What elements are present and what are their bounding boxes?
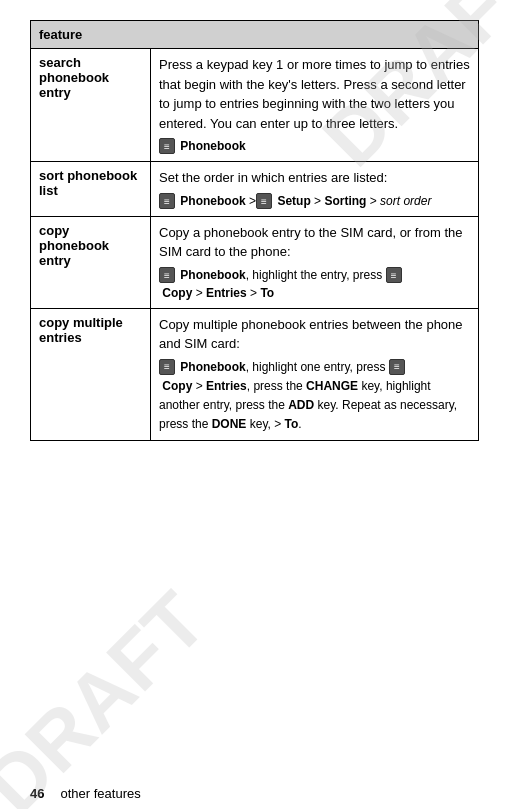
page-number: 46 bbox=[30, 786, 44, 801]
menu-line-copy: Phonebook, highlight the entry, press Co… bbox=[159, 266, 470, 302]
menu-text-copy1: Phonebook, highlight the entry, press bbox=[177, 266, 386, 284]
menu-icon-copy2 bbox=[386, 267, 402, 283]
menu-text-search: Phonebook bbox=[177, 137, 246, 155]
feature-label-copy-multi: copy multiple entries bbox=[31, 308, 151, 441]
table-row: copy multiple entries Copy multiple phon… bbox=[31, 308, 479, 441]
menu-icon-search bbox=[159, 138, 175, 154]
menu-icon-sort2 bbox=[256, 193, 272, 209]
feature-label-copy: copy phonebook entry bbox=[31, 216, 151, 308]
menu-line-copy-multi: Phonebook, highlight one entry, press Co… bbox=[159, 358, 470, 435]
menu-line-sort: Phonebook > Setup > Sorting > sort order bbox=[159, 192, 470, 210]
footer: 46 other features bbox=[0, 778, 509, 809]
menu-icon-multi2 bbox=[389, 359, 405, 375]
menu-icon-copy1 bbox=[159, 267, 175, 283]
feature-text-copy-multi: Copy multiple phonebook entries between … bbox=[159, 315, 470, 354]
page-container: DRAFT DRAFT feature search phonebook ent… bbox=[0, 0, 509, 481]
footer-label: other features bbox=[60, 786, 140, 801]
feature-label-sort: sort phonebook list bbox=[31, 162, 151, 217]
feature-label-search: search phonebook entry bbox=[31, 49, 151, 162]
table-row: sort phonebook list Set the order in whi… bbox=[31, 162, 479, 217]
features-table: feature search phonebook entry Press a k… bbox=[30, 20, 479, 441]
menu-text-sort2: Setup > Sorting > sort order bbox=[274, 192, 431, 210]
menu-text-multi1: Phonebook, highlight one entry, press bbox=[177, 358, 389, 377]
table-row: search phonebook entry Press a keypad ke… bbox=[31, 49, 479, 162]
watermark-bottom: DRAFT bbox=[0, 575, 224, 809]
menu-text-sort: Phonebook > bbox=[177, 192, 256, 210]
feature-text-search: Press a keypad key 1 or more times to ju… bbox=[159, 55, 470, 133]
table-header: feature bbox=[31, 21, 479, 49]
feature-text-sort: Set the order in which entries are liste… bbox=[159, 168, 470, 188]
feature-desc-sort: Set the order in which entries are liste… bbox=[151, 162, 479, 217]
table-row: copy phonebook entry Copy a phonebook en… bbox=[31, 216, 479, 308]
feature-desc-copy-multi: Copy multiple phonebook entries between … bbox=[151, 308, 479, 441]
menu-text-multi2: Copy > Entries, press the CHANGE key, hi… bbox=[159, 377, 470, 435]
menu-icon-multi1 bbox=[159, 359, 175, 375]
menu-icon-sort1 bbox=[159, 193, 175, 209]
feature-desc-copy: Copy a phonebook entry to the SIM card, … bbox=[151, 216, 479, 308]
feature-text-copy: Copy a phonebook entry to the SIM card, … bbox=[159, 223, 470, 262]
menu-text-copy2: Copy > Entries > To bbox=[159, 284, 274, 302]
menu-line-search: Phonebook bbox=[159, 137, 470, 155]
feature-desc-search: Press a keypad key 1 or more times to ju… bbox=[151, 49, 479, 162]
